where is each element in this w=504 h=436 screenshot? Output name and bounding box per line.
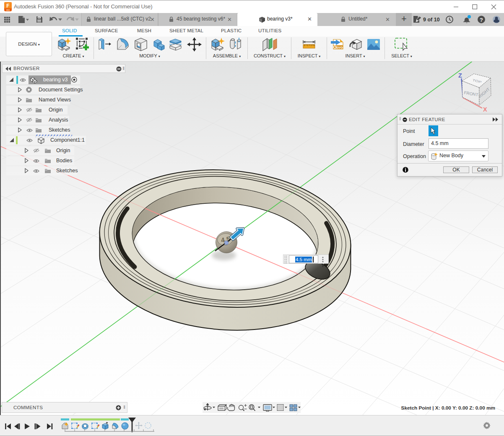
svg-text:F: F: [6, 3, 9, 9]
svg-text:9 of 10: 9 of 10: [423, 17, 440, 23]
svg-text:360: 360: [6, 9, 10, 11]
svg-text:Z: Z: [458, 72, 462, 79]
svg-text:X: X: [483, 106, 487, 113]
svg-text:SVG: SVG: [336, 46, 343, 49]
svg-text:?: ?: [480, 17, 483, 23]
